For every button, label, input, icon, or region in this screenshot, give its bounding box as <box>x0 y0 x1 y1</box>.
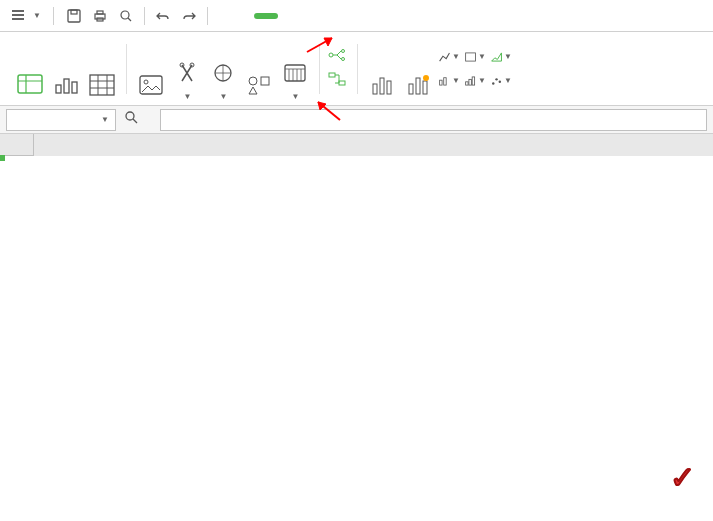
picture-button[interactable] <box>135 67 167 105</box>
svg-rect-17 <box>261 77 269 85</box>
svg-point-19 <box>329 53 333 57</box>
mindmap-icon <box>328 48 346 66</box>
undo-button[interactable] <box>151 4 175 28</box>
svg-rect-27 <box>409 84 413 94</box>
svg-rect-23 <box>339 81 345 85</box>
svg-rect-18 <box>285 65 305 81</box>
small-chart-6-button[interactable]: ▼ <box>490 70 512 92</box>
small-chart-2-button[interactable]: ▼ <box>438 70 460 92</box>
formula-input[interactable] <box>160 109 707 131</box>
svg-rect-31 <box>440 80 442 85</box>
icon-library-button[interactable] <box>243 67 275 105</box>
chevron-down-icon: ▼ <box>292 92 300 101</box>
table-icon <box>88 71 116 99</box>
chevron-down-icon: ▼ <box>33 11 41 20</box>
pivot-chart-button[interactable] <box>50 67 82 105</box>
tab-data[interactable] <box>324 12 344 20</box>
svg-point-39 <box>499 80 501 82</box>
small-chart-4-button[interactable]: ▼ <box>464 70 486 92</box>
small-chart-3-button[interactable]: ▼ <box>464 46 486 68</box>
name-box[interactable]: ▼ <box>6 109 116 131</box>
svg-rect-34 <box>466 81 468 84</box>
svg-rect-26 <box>387 81 391 94</box>
online-chart-icon <box>404 71 432 99</box>
pivot-table-icon <box>16 71 44 99</box>
svg-rect-6 <box>18 75 42 93</box>
function-chart-button[interactable]: ▼ <box>279 55 311 105</box>
mindmap-button[interactable] <box>328 48 349 66</box>
online-chart-button[interactable] <box>402 67 434 105</box>
pivot-chart-icon <box>52 71 80 99</box>
svg-rect-28 <box>416 78 420 94</box>
tab-open[interactable] <box>412 12 432 20</box>
hamburger-icon <box>12 9 24 23</box>
tab-review[interactable] <box>346 12 366 20</box>
chart-button[interactable] <box>366 67 398 105</box>
svg-rect-24 <box>373 84 377 94</box>
small-chart-1-button[interactable]: ▼ <box>438 46 460 68</box>
svg-rect-29 <box>423 81 427 94</box>
chart-icon <box>368 71 396 99</box>
flowchart-button[interactable] <box>328 72 349 90</box>
table-button[interactable] <box>86 67 118 105</box>
chevron-down-icon: ▼ <box>220 92 228 101</box>
svg-rect-22 <box>329 73 335 77</box>
print-button[interactable] <box>88 4 112 28</box>
redo-button[interactable] <box>177 4 201 28</box>
active-cell-indicator <box>0 156 4 160</box>
svg-point-16 <box>249 77 257 85</box>
svg-rect-9 <box>72 82 77 93</box>
screenshot-icon <box>173 59 201 87</box>
screenshot-button[interactable]: ▼ <box>171 55 203 105</box>
select-all-corner[interactable] <box>0 134 34 156</box>
save-button[interactable] <box>62 4 86 28</box>
function-chart-icon <box>281 59 309 87</box>
print-preview-button[interactable] <box>114 4 138 28</box>
svg-point-20 <box>342 49 345 52</box>
pivot-table-button[interactable] <box>14 67 46 105</box>
svg-point-5 <box>121 11 129 19</box>
svg-point-21 <box>342 57 345 60</box>
svg-rect-25 <box>380 78 384 94</box>
shapes-button[interactable]: ▼ <box>207 55 239 105</box>
svg-rect-36 <box>472 76 474 84</box>
shapes-icon <box>209 59 237 87</box>
tab-view[interactable] <box>368 12 388 20</box>
svg-rect-8 <box>64 79 69 93</box>
file-menu[interactable]: ▼ <box>4 9 49 23</box>
tab-formula[interactable] <box>302 12 322 20</box>
svg-point-40 <box>126 112 134 120</box>
svg-rect-10 <box>90 75 114 95</box>
svg-point-37 <box>492 82 494 84</box>
icon-library-icon <box>245 71 273 99</box>
svg-rect-32 <box>444 77 446 84</box>
svg-point-12 <box>144 80 148 84</box>
svg-point-38 <box>495 78 497 80</box>
chevron-down-icon: ▼ <box>101 115 109 124</box>
tab-start[interactable] <box>232 12 252 20</box>
svg-rect-33 <box>466 52 476 60</box>
flowchart-icon <box>328 72 346 90</box>
svg-rect-3 <box>97 11 103 14</box>
svg-rect-35 <box>469 79 471 85</box>
zoom-icon[interactable] <box>124 110 140 130</box>
tab-security[interactable] <box>390 12 410 20</box>
svg-rect-7 <box>56 85 61 93</box>
small-chart-5-button[interactable]: ▼ <box>490 46 512 68</box>
svg-rect-0 <box>68 10 80 22</box>
svg-point-30 <box>423 75 429 81</box>
chevron-down-icon: ▼ <box>184 92 192 101</box>
tab-page-layout[interactable] <box>280 12 300 20</box>
picture-icon <box>137 71 165 99</box>
tab-insert[interactable] <box>254 13 278 19</box>
